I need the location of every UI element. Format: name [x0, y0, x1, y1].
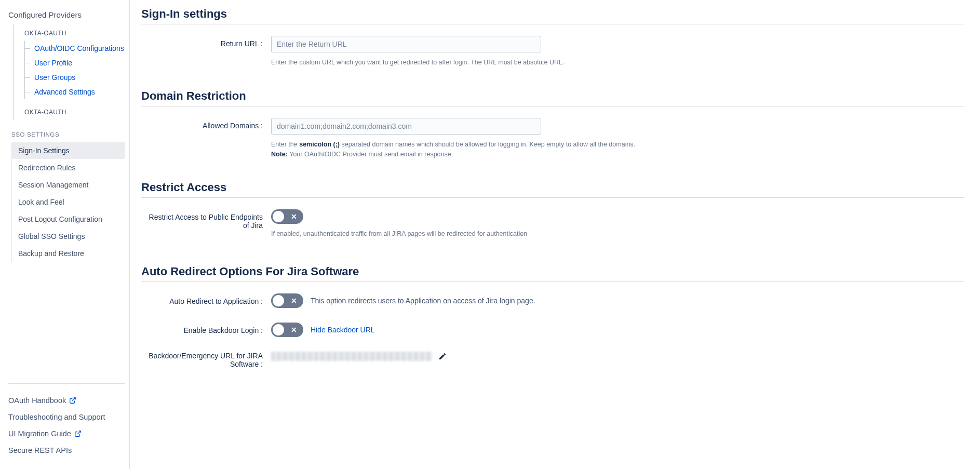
- auto-redirect-heading: Auto Redirect Options For Jira Software: [141, 265, 964, 282]
- provider-group-2[interactable]: OKTA-OAUTH: [24, 109, 125, 116]
- external-link-icon: [69, 397, 76, 404]
- provider-tree: OKTA-OAUTH OAuth/OIDC Configurations Use…: [14, 24, 125, 120]
- bottom-ui-migration-guide[interactable]: UI Migration Guide: [8, 425, 125, 442]
- sidebar-item-advanced-settings[interactable]: Advanced Settings: [34, 85, 125, 99]
- nav-item-label: Global SSO Settings: [18, 232, 85, 240]
- nav-item-label: Session Management: [18, 181, 88, 189]
- nav-item-label: Sign-In Settings: [18, 146, 70, 155]
- sso-settings-header: SSO SETTINGS: [11, 131, 125, 138]
- nav-look-and-feel[interactable]: Look and Feel: [12, 194, 125, 210]
- nav-global-sso-settings[interactable]: Global SSO Settings: [12, 228, 125, 245]
- bottom-item-label: UI Migration Guide: [8, 430, 71, 438]
- sidebar-item-oauth-oidc-config[interactable]: OAuth/OIDC Configurations: [34, 41, 125, 56]
- toggle-off-icon: ✕: [291, 326, 297, 334]
- nav-item-label: Backup and Restore: [18, 249, 84, 258]
- nav-item-label: Post Logout Configuration: [18, 215, 102, 223]
- sidebar-link-label[interactable]: User Groups: [34, 73, 75, 82]
- sidebar-item-user-profile[interactable]: User Profile: [34, 56, 125, 70]
- restrict-public-toggle[interactable]: ✕: [271, 209, 303, 224]
- hide-backdoor-url-link[interactable]: Hide Backdoor URL: [311, 326, 375, 334]
- restrict-access-heading: Restrict Access: [141, 181, 964, 198]
- bottom-item-label: Troubleshooting and Support: [8, 413, 105, 421]
- svg-line-0: [72, 398, 75, 401]
- toggle-knob: [273, 324, 284, 336]
- enable-backdoor-row: Enable Backdoor Login : ✕ Hide Backdoor …: [141, 323, 964, 337]
- toggle-off-icon: ✕: [291, 212, 297, 221]
- allowed-domains-row: Allowed Domains : Enter the semicolon (;…: [141, 118, 964, 159]
- external-link-icon: [74, 430, 82, 437]
- sidebar-link-label[interactable]: Advanced Settings: [34, 88, 95, 96]
- enable-backdoor-label: Enable Backdoor Login :: [141, 323, 271, 334]
- return-url-label: Return URL :: [141, 36, 271, 48]
- provider-group-1[interactable]: OKTA-OAUTH: [24, 30, 125, 37]
- backdoor-url-value-hidden: [271, 352, 432, 361]
- return-url-row: Return URL : Enter the custom URL which …: [141, 36, 964, 68]
- auto-redirect-app-row: Auto Redirect to Application : ✕ This op…: [141, 293, 964, 308]
- restrict-public-row: Restrict Access to Public Endpoints of J…: [141, 209, 964, 239]
- sidebar: Configured Providers OKTA-OAUTH OAuth/OI…: [0, 0, 130, 469]
- restrict-public-help: If enabled, unauthenticated traffic from…: [271, 229, 801, 239]
- allowed-domains-help: Enter the semicolon (;) separated domain…: [271, 140, 801, 159]
- bottom-secure-rest-apis[interactable]: Secure REST APIs: [8, 442, 125, 459]
- nav-post-logout-configuration[interactable]: Post Logout Configuration: [12, 211, 125, 227]
- restrict-public-label: Restrict Access to Public Endpoints of J…: [141, 209, 271, 230]
- nav-sign-in-settings[interactable]: Sign-In Settings: [12, 142, 125, 159]
- sso-settings-nav: Sign-In Settings Redirection Rules Sessi…: [11, 142, 125, 262]
- return-url-input[interactable]: [271, 36, 541, 52]
- configured-providers-title: Configured Providers: [8, 10, 125, 19]
- svg-line-1: [77, 431, 80, 434]
- nav-backup-and-restore[interactable]: Backup and Restore: [12, 245, 125, 262]
- main-content: Sign-In settings Return URL : Enter the …: [130, 0, 980, 469]
- nav-redirection-rules[interactable]: Redirection Rules: [12, 159, 125, 176]
- allowed-domains-input[interactable]: [271, 118, 541, 135]
- auto-redirect-app-toggle[interactable]: ✕: [271, 293, 303, 308]
- auto-redirect-app-description: This option redirects users to Applicati…: [311, 297, 535, 305]
- backdoor-url-label: Backdoor/Emergency URL for JIRA Software…: [141, 352, 271, 368]
- sidebar-link-label[interactable]: User Profile: [34, 59, 72, 67]
- toggle-knob: [273, 295, 284, 306]
- auto-redirect-app-label: Auto Redirect to Application :: [141, 293, 271, 305]
- bottom-oauth-handbook[interactable]: OAuth Handbook: [8, 392, 125, 409]
- bottom-item-label: Secure REST APIs: [8, 446, 72, 454]
- domain-restriction-heading: Domain Restriction: [141, 89, 964, 106]
- pencil-icon[interactable]: [438, 352, 447, 360]
- nav-session-management[interactable]: Session Management: [12, 177, 125, 193]
- return-url-help: Enter the custom URL which you want to g…: [271, 58, 801, 68]
- nav-item-label: Redirection Rules: [18, 164, 76, 172]
- sidebar-link-label[interactable]: OAuth/OIDC Configurations: [34, 44, 124, 52]
- bottom-item-label: OAuth Handbook: [8, 396, 66, 405]
- nav-item-label: Look and Feel: [18, 198, 64, 206]
- toggle-off-icon: ✕: [291, 297, 297, 305]
- toggle-knob: [273, 211, 284, 222]
- bottom-troubleshooting[interactable]: Troubleshooting and Support: [8, 409, 125, 425]
- backdoor-url-row: Backdoor/Emergency URL for JIRA Software…: [141, 352, 964, 368]
- sidebar-item-user-groups[interactable]: User Groups: [34, 70, 125, 85]
- sidebar-bottom-links: OAuth Handbook Troubleshooting and Suppo…: [8, 383, 125, 459]
- allowed-domains-label: Allowed Domains :: [141, 118, 271, 130]
- signin-settings-heading: Sign-In settings: [141, 7, 964, 24]
- enable-backdoor-toggle[interactable]: ✕: [271, 323, 303, 337]
